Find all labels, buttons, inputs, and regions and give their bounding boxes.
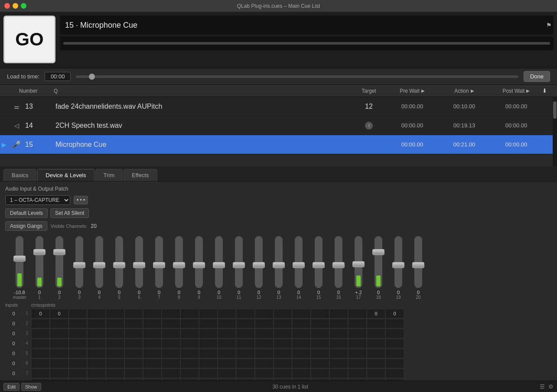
matrix-cell[interactable] — [143, 319, 162, 328]
matrix-cell[interactable] — [311, 349, 329, 358]
fader-track[interactable] — [155, 236, 163, 288]
matrix-cell[interactable] — [31, 359, 50, 368]
tab-basics[interactable]: Basics — [3, 169, 36, 181]
matrix-cell[interactable] — [348, 369, 367, 378]
fader-knob[interactable] — [193, 262, 205, 268]
minimize-button[interactable] — [13, 3, 18, 9]
fader-track[interactable] — [75, 236, 83, 288]
matrix-cell[interactable] — [162, 339, 180, 348]
matrix-cell[interactable] — [255, 349, 274, 358]
matrix-cell[interactable] — [68, 329, 87, 338]
matrix-cell[interactable] — [292, 359, 311, 368]
matrix-cell[interactable] — [50, 329, 68, 338]
matrix-cell[interactable] — [87, 349, 106, 358]
matrix-cell[interactable] — [162, 359, 180, 368]
matrix-cell[interactable] — [385, 349, 404, 358]
matrix-cell[interactable] — [292, 349, 311, 358]
patch-dots-button[interactable]: • • • — [74, 196, 88, 204]
matrix-cell[interactable] — [124, 359, 143, 368]
matrix-cell[interactable] — [255, 339, 274, 348]
matrix-cell[interactable] — [31, 349, 50, 358]
fader-track[interactable] — [275, 236, 283, 288]
matrix-cell[interactable] — [218, 319, 236, 328]
matrix-cell[interactable] — [311, 359, 329, 368]
fader-knob[interactable] — [253, 262, 265, 268]
cue-row[interactable]: ◁ 14 2CH Speech test.wav ↑ 00:00.00 00:1… — [0, 116, 557, 135]
fader-knob[interactable] — [293, 262, 305, 268]
matrix-cell[interactable]: 0 — [50, 309, 68, 318]
matrix-cell[interactable] — [180, 359, 199, 368]
matrix-cell[interactable] — [274, 349, 292, 358]
matrix-cell[interactable] — [236, 309, 255, 318]
window-controls[interactable] — [4, 3, 26, 9]
matrix-cell[interactable] — [311, 339, 329, 348]
matrix-cell[interactable] — [106, 329, 124, 338]
matrix-cell[interactable] — [274, 329, 292, 338]
set-all-silent-button[interactable]: Set All Silent — [50, 208, 89, 218]
matrix-cell[interactable] — [348, 309, 367, 318]
fader-track[interactable] — [55, 236, 63, 288]
matrix-cell[interactable] — [255, 359, 274, 368]
matrix-cell[interactable] — [68, 369, 87, 378]
matrix-cell[interactable] — [274, 359, 292, 368]
patch-select[interactable]: 1 – OCTA-CAPTURE — [5, 195, 70, 205]
go-button[interactable]: GO — [3, 16, 55, 63]
fader-track[interactable] — [175, 236, 183, 288]
matrix-cell[interactable] — [180, 309, 199, 318]
fader-track[interactable] — [115, 236, 123, 288]
matrix-cell[interactable] — [385, 329, 404, 338]
default-levels-button[interactable]: Default Levels — [5, 208, 48, 218]
matrix-cell[interactable] — [199, 369, 218, 378]
matrix-cell[interactable] — [292, 369, 311, 378]
fader-track[interactable] — [315, 236, 322, 288]
matrix-cell[interactable] — [199, 359, 218, 368]
matrix-cell[interactable] — [180, 319, 199, 328]
matrix-cell[interactable] — [255, 369, 274, 378]
fader-track[interactable] — [375, 236, 382, 288]
matrix-cell[interactable] — [236, 319, 255, 328]
matrix-cell[interactable] — [348, 329, 367, 338]
matrix-cell[interactable] — [106, 349, 124, 358]
matrix-cell[interactable] — [180, 329, 199, 338]
matrix-cell[interactable] — [218, 369, 236, 378]
matrix-cell[interactable] — [143, 349, 162, 358]
matrix-cell[interactable] — [385, 319, 404, 328]
edit-button[interactable]: Edit — [3, 383, 20, 391]
fader-track[interactable] — [295, 236, 303, 288]
matrix-cell[interactable] — [50, 359, 68, 368]
matrix-cell[interactable] — [143, 339, 162, 348]
matrix-cell[interactable] — [68, 309, 87, 318]
matrix-cell[interactable] — [329, 339, 348, 348]
matrix-cell[interactable] — [143, 359, 162, 368]
matrix-cell[interactable] — [180, 369, 199, 378]
matrix-cell[interactable] — [50, 369, 68, 378]
fader-knob[interactable] — [53, 249, 65, 255]
fader-track[interactable] — [16, 236, 23, 288]
show-button[interactable]: Show — [21, 383, 41, 391]
matrix-cell[interactable] — [68, 319, 87, 328]
matrix-cell[interactable] — [348, 339, 367, 348]
fader-knob[interactable] — [33, 249, 46, 255]
matrix-cell[interactable] — [143, 329, 162, 338]
fader-knob[interactable] — [173, 262, 185, 268]
matrix-cell[interactable] — [124, 319, 143, 328]
matrix-cell[interactable] — [311, 369, 329, 378]
fader-track[interactable] — [36, 236, 43, 288]
matrix-cell[interactable] — [329, 329, 348, 338]
matrix-cell[interactable] — [311, 319, 329, 328]
fader-track[interactable] — [394, 236, 402, 288]
fader-knob[interactable] — [113, 262, 125, 268]
fader-knob[interactable] — [13, 256, 26, 262]
matrix-cell[interactable] — [292, 329, 311, 338]
matrix-cell[interactable] — [87, 339, 106, 348]
matrix-cell[interactable] — [124, 369, 143, 378]
matrix-cell[interactable] — [236, 329, 255, 338]
matrix-cell[interactable] — [68, 359, 87, 368]
matrix-cell[interactable] — [292, 319, 311, 328]
matrix-cell[interactable] — [274, 319, 292, 328]
matrix-cell[interactable] — [274, 339, 292, 348]
matrix-cell[interactable] — [87, 359, 106, 368]
fader-knob[interactable] — [213, 262, 225, 268]
matrix-cell[interactable] — [292, 309, 311, 318]
cue-row[interactable]: ▶ 🎤 15 Microphone Cue 00:00.00 00:21.00 … — [0, 135, 557, 154]
